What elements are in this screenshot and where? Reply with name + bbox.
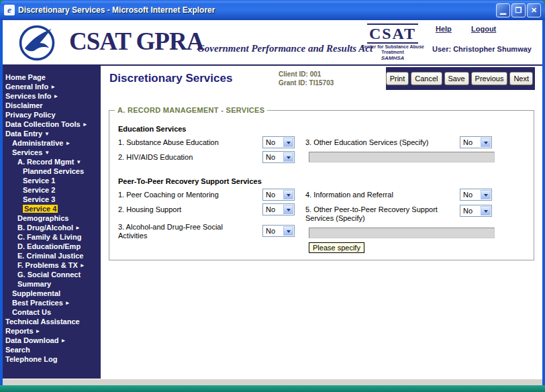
page-title: Discretionary Services [109, 72, 232, 85]
sidebar-item-label: B. Drug/Alcohol [17, 224, 73, 232]
browser-window: e Discretionary Services - Microsoft Int… [0, 0, 545, 392]
sidebar-item-data-download[interactable]: Data Download► [3, 336, 101, 345]
sidebar-item-service-3[interactable]: Service 3 [3, 195, 101, 204]
sidebar-item-demographics[interactable]: Demographics [3, 213, 101, 223]
sidebar-item-best-practices[interactable]: Best Practices► [3, 298, 101, 307]
close-button[interactable]: ✕ [527, 3, 541, 17]
desktop-strip [0, 385, 545, 392]
sidebar-item-label: Technical Assistance [5, 317, 80, 326]
sidebar-item-technical-assistance[interactable]: Technical Assistance [3, 317, 101, 326]
sidebar-item-planned-services[interactable]: Planned Services [3, 166, 101, 176]
sidebar-item-label: General Info [5, 83, 48, 91]
other-peer-to-peer-select[interactable]: No [460, 205, 492, 217]
select-value: No [463, 207, 473, 215]
sidebar-item-contact-us[interactable]: Contact Us [3, 307, 101, 317]
sidebar-item-data-entry[interactable]: Data Entry▼ [3, 129, 101, 138]
alcohol-drug-free-social-select[interactable]: No [262, 225, 295, 237]
chevron-right-icon: ► [75, 225, 81, 231]
sidebar-item-d-education-emp[interactable]: D. Education/Emp [3, 242, 101, 251]
sidebar-item-label: Supplemental [12, 289, 60, 297]
hhs-eagle-icon [17, 23, 56, 62]
select-value: No [266, 138, 275, 146]
sidebar-item-services[interactable]: Services▼ [3, 148, 101, 157]
sidebar-item-services-info[interactable]: Services Info► [3, 91, 101, 101]
sidebar-item-label: Telephone Log [5, 355, 57, 363]
brand-logo-text: CSAT GPRA [69, 27, 203, 56]
sidebar-item-general-info[interactable]: General Info► [3, 82, 101, 91]
next-button[interactable]: Next [509, 72, 533, 85]
sidebar-item-g-social-connect[interactable]: G. Social Connect [3, 270, 101, 279]
window-title: Discretionary Services - Microsoft Inter… [18, 5, 493, 15]
peer-coaching-select[interactable]: No [262, 189, 295, 201]
sidebar-item-summary[interactable]: Summary [3, 279, 101, 289]
hiv-aids-education-label: 2. HIV/AIDS Education [118, 153, 193, 162]
sidebar-item-label: Reports [5, 327, 34, 335]
chevron-right-icon: ► [65, 300, 70, 306]
sidebar-item-service-2[interactable]: Service 2 [3, 185, 101, 195]
sidebar-item-label: Home Page [5, 73, 46, 81]
sidebar-item-service-4[interactable]: Service 4 [3, 204, 101, 213]
information-referral-select[interactable]: No [460, 189, 492, 201]
sidebar-item-search[interactable]: Search [3, 345, 101, 354]
print-button[interactable]: Print [386, 72, 409, 85]
sidebar-item-disclaimer[interactable]: Disclaimer [3, 101, 101, 110]
housing-support-select[interactable]: No [262, 203, 295, 215]
other-peer-to-peer-specify-input[interactable] [309, 228, 495, 238]
sidebar-nav: Home PageGeneral Info►Services Info►Disc… [3, 66, 101, 379]
select-value: No [463, 138, 473, 146]
sidebar-item-supplemental[interactable]: Supplemental [3, 289, 101, 298]
logout-link[interactable]: Logout [471, 25, 496, 33]
sidebar-item-administrative[interactable]: Administrative► [3, 138, 101, 148]
sidebar-item-service-1[interactable]: Service 1 [3, 176, 101, 185]
previous-button[interactable]: Previous [471, 72, 508, 85]
peer-coaching-label: 1. Peer Coaching or Mentoring [118, 191, 219, 199]
chevron-down-icon [283, 205, 293, 214]
hhs-logo [17, 23, 56, 64]
sidebar-item-label: Service 1 [23, 177, 55, 185]
chevron-down-icon [283, 138, 293, 147]
restore-button[interactable]: ❐ [511, 3, 526, 17]
cancel-button[interactable]: Cancel [411, 72, 442, 85]
sidebar-item-label: Data Entry [5, 130, 42, 138]
other-education-services-label: 3. Other Education Services (Specify) [305, 138, 428, 147]
sidebar-item-c-family-living[interactable]: C. Family & Living [3, 232, 101, 242]
sidebar-item-label: Planned Services [23, 167, 84, 175]
grant-id: Grant ID: TI15703 [279, 79, 334, 87]
substance-abuse-education-label: 1. Substance Abuse Education [118, 138, 219, 147]
sidebar-item-label: D. Education/Emp [17, 242, 81, 250]
sidebar-item-b-drug-alcohol[interactable]: B. Drug/Alcohol► [3, 223, 101, 232]
sidebar-item-privacy-policy[interactable]: Privacy Policy [3, 110, 101, 119]
other-education-services-specify-input[interactable] [309, 152, 495, 162]
chevron-right-icon: ► [65, 140, 70, 146]
sidebar-item-reports[interactable]: Reports► [3, 326, 101, 336]
other-peer-to-peer-label: 5. Other Peer-to-Peer Recovery Support S… [305, 205, 450, 223]
sidebar-item-label: F. Problems & TX [17, 261, 78, 269]
select-value: No [266, 191, 275, 199]
minimize-button[interactable]: ▁ [496, 3, 510, 17]
sidebar-item-f-problems-tx[interactable]: F. Problems & TX► [3, 260, 101, 270]
sidebar-item-label: Search [5, 346, 30, 354]
other-education-services-select[interactable]: No [460, 136, 492, 148]
logged-in-user: User: Christopher Shumway [432, 45, 532, 53]
substance-abuse-education-select[interactable]: No [262, 136, 295, 148]
sidebar-item-label: Service 4 [23, 205, 58, 213]
chevron-right-icon: ► [53, 93, 58, 99]
status-bar [3, 379, 542, 385]
sidebar-item-label: Summary [17, 280, 51, 288]
chevron-down-icon: ▼ [44, 150, 50, 156]
hiv-aids-education-select[interactable]: No [262, 151, 295, 163]
sidebar-item-telephone-log[interactable]: Telephone Log [3, 354, 101, 364]
chevron-right-icon: ► [60, 338, 66, 344]
sidebar-item-data-collection-tools[interactable]: Data Collection Tools► [3, 119, 101, 129]
sidebar-item-e-criminal-justice[interactable]: E. Criminal Justice [3, 251, 101, 260]
chevron-down-icon [481, 138, 491, 147]
sidebar-item-home-page[interactable]: Home Page [3, 72, 101, 82]
sidebar-item-label: E. Criminal Justice [17, 252, 83, 260]
csat-logo-name: CSAT [367, 23, 418, 44]
help-link[interactable]: Help [436, 25, 452, 33]
save-button[interactable]: Save [444, 72, 469, 85]
title-bar[interactable]: e Discretionary Services - Microsoft Int… [0, 0, 545, 20]
sidebar-item-a-record-mgmt[interactable]: A. Record Mgmt▼ [3, 157, 101, 166]
internet-explorer-icon: e [4, 5, 15, 15]
select-value: No [266, 227, 275, 235]
